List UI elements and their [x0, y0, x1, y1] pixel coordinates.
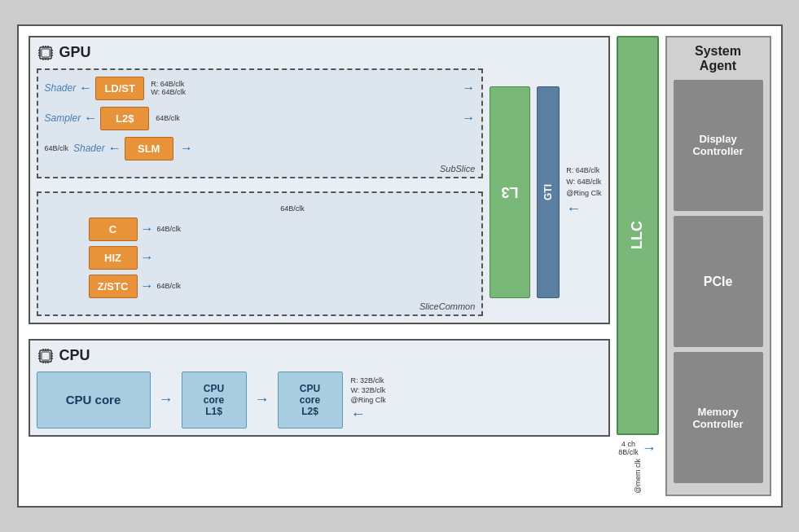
l2-box: L2$ — [100, 107, 149, 130]
cpu-title: CPU — [37, 347, 602, 365]
arrow-right-hiz: → — [141, 250, 154, 265]
cpu-r-label: R: 32B/clk — [351, 376, 384, 385]
system-agent: SystemAgent Display Controller PCIe Memo… — [665, 36, 771, 497]
bw-64-1: 64B/clk — [156, 114, 180, 122]
subslice-box: Shader ← LD/ST R: 64B/clk W: 64B/clk → — [37, 68, 484, 178]
cpu-l2-box: CPUcoreL2$ — [278, 372, 343, 429]
slm-box: SLM — [125, 137, 173, 160]
arrow-right-2: → — [462, 111, 475, 125]
arrow-left-3: ← — [108, 141, 121, 156]
arrow-right-llc: → — [642, 440, 656, 457]
arrow-left-1: ← — [79, 81, 92, 95]
hiz-box: HIZ — [89, 246, 138, 270]
arrow-right-1: → — [462, 81, 475, 95]
shader1-label: Shader — [45, 82, 77, 94]
llc-box: LLC — [617, 36, 659, 435]
gpu-chip-icon — [37, 44, 55, 62]
sampler-label: Sampler — [45, 112, 81, 124]
memory-controller: Memory Controller — [674, 352, 763, 483]
l3-box: L3 — [489, 86, 530, 298]
gti-w-label: W: 64B/clk — [566, 178, 601, 186]
llc-bandwidth: 4 ch 8B/clk — [618, 440, 639, 456]
c-box: C — [89, 218, 138, 241]
arrow-left-gti: ← — [566, 200, 601, 218]
pcie: PCIe — [674, 216, 763, 347]
bw-c: 64B/clk — [157, 225, 182, 233]
gti-ring-label: @Ring Clk — [566, 189, 601, 197]
gti-r-label: R: 64B/clk — [566, 166, 601, 174]
subslice-label: SubSlice — [440, 164, 475, 174]
shader2-label: Shader — [73, 143, 105, 154]
cpu-section: CPU CPU core → CPUcoreL1$ → CPUco — [29, 339, 610, 437]
cpu-chip-icon — [37, 347, 55, 365]
bw-64-subslice: 64B/clk — [45, 144, 69, 152]
arrow-right-zstc: → — [141, 279, 154, 293]
gpu-title: GPU — [37, 44, 602, 62]
slicecommon-box: 64B/clk C → 64B/clk — [37, 191, 484, 316]
diagram-wrapper: GPU Shader ← LD/ST — [17, 24, 783, 508]
bw-dashed-label: 64B/clk — [280, 204, 305, 213]
arrow-right-slm: → — [180, 141, 193, 156]
rw-label-top: R: 64B/clk — [151, 80, 184, 88]
zstc-box: Z/STC — [89, 275, 138, 298]
arrow-right-cpu-core: → — [159, 391, 173, 408]
display-controller: Display Controller — [674, 80, 763, 211]
cpu-l1-box: CPUcoreL1$ — [182, 372, 247, 429]
arrow-left-2: ← — [84, 111, 97, 125]
arrow-left-cpu: ← — [351, 406, 366, 423]
gti-box: GTI — [537, 86, 560, 298]
svg-rect-1 — [42, 49, 50, 57]
arrow-right-cpu-l1: → — [255, 391, 270, 408]
cpu-core-box: CPU core — [37, 372, 151, 429]
rw-label-top2: W: 64B/clk — [151, 88, 186, 96]
bw-zstc: 64B/clk — [157, 282, 182, 290]
gpu-section: GPU Shader ← LD/ST — [29, 36, 610, 324]
mem-clk-label: @mem clk — [634, 459, 642, 494]
cpu-w-label: W: 32B/clk — [351, 386, 386, 394]
svg-rect-15 — [42, 352, 50, 360]
slicecommon-label: SliceCommon — [419, 301, 475, 311]
ldst-box: LD/ST — [95, 77, 144, 100]
system-agent-title: SystemAgent — [674, 44, 763, 73]
arrow-right-c: → — [141, 222, 154, 236]
cpu-ring-label: @Ring Clk — [351, 396, 386, 404]
